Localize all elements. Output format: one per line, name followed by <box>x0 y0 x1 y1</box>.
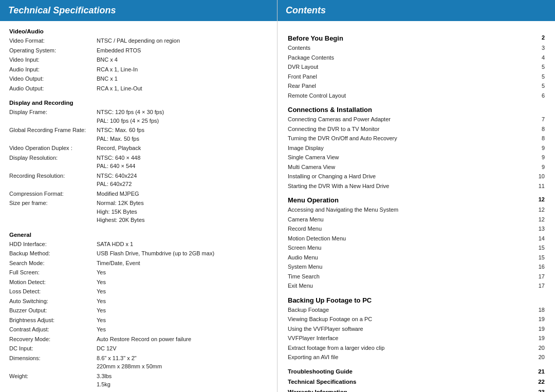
toc-row: Installing or Changing a Hard Drive10 <box>288 172 545 181</box>
spec-row: Operating System:Embedded RTOS <box>9 46 268 55</box>
toc-item-page: 12 <box>534 215 545 224</box>
spec-section-title: Video/Audio <box>9 28 268 34</box>
toc-item-page: 13 <box>534 225 545 233</box>
spec-value: 3.3lbs1.5kg <box>97 372 268 389</box>
toc-row: Image Display9 <box>288 144 545 153</box>
toc-row: Accessing and Navigating the Menu System… <box>288 206 545 214</box>
right-content: Before You Begin2Contents3Package Conten… <box>278 21 555 392</box>
spec-row: Global Recording Frame Rate:NTSC: Max. 6… <box>9 126 268 143</box>
toc-item-page: 12 <box>534 206 545 214</box>
spec-row: Display Resolution:NTSC: 640 × 448PAL: 6… <box>9 154 268 171</box>
toc-item-label: Motion Detection Menu <box>288 234 346 243</box>
toc-item-label: Single Camera View <box>288 153 339 162</box>
toc-item-label: Backup Footage <box>288 306 329 314</box>
toc-item-page: 9 <box>534 153 545 162</box>
left-panel: Technical Specifications Video/AudioVide… <box>0 0 278 392</box>
left-content: Video/AudioVideo Format:NTSC / PAL depen… <box>0 21 277 392</box>
spec-label: Dimensions: <box>9 354 97 371</box>
toc-row: DVR Layout5 <box>288 63 545 71</box>
toc-item-label: Connecting the DVR to a TV Monitor <box>288 125 379 134</box>
toc-section-header: Before You Begin2 <box>288 34 545 42</box>
toc-row: Time Search17 <box>288 272 545 281</box>
toc-row: Starting the DVR With a New Hard Drive11 <box>288 182 545 191</box>
toc-item-page: 8 <box>534 125 545 134</box>
toc-bold-page: 23 <box>538 387 545 392</box>
toc-item-label: Rear Panel <box>288 82 316 90</box>
spec-label: Video Operation Duplex : <box>9 144 97 153</box>
spec-row: Backup Method:USB Flash Drive, Thumbdriv… <box>9 249 268 258</box>
spec-value: NTSC / PAL depending on region <box>97 36 268 45</box>
toc-item-page: 4 <box>534 53 545 62</box>
spec-label: Full Screen: <box>9 268 97 277</box>
toc-item-label: Package Contents <box>288 53 334 62</box>
spec-label: Brightness Adjust: <box>9 316 97 325</box>
toc-section-page: 2 <box>542 34 545 41</box>
spec-value: RCA x 1, Line-In <box>97 65 268 74</box>
spec-value: RCA x 1, Line-Out <box>97 84 268 93</box>
toc-row: Using the VVFPlayer software19 <box>288 325 545 333</box>
toc-item-page: 19 <box>534 315 545 324</box>
spec-value: Yes <box>97 325 268 334</box>
toc-item-page: 9 <box>534 144 545 153</box>
toc-row: Turning the DVR On/Off and Auto Recovery… <box>288 134 545 143</box>
toc-row: Exit Menu17 <box>288 282 545 290</box>
toc-bold-label: Technical Specifications <box>288 377 356 386</box>
toc-row: Viewing Backup Footage on a PC19 <box>288 315 545 324</box>
spec-value: NTSC: Max. 60 fpsPAL: Max. 50 fps <box>97 126 268 143</box>
spec-label: Motion Detect: <box>9 278 97 287</box>
spec-row: Buzzer Output:Yes <box>9 306 268 315</box>
spec-row: Motion Detect:Yes <box>9 278 268 287</box>
spec-row: Compression Format:Modified MJPEG <box>9 190 268 198</box>
toc-row: Motion Detection Menu14 <box>288 234 545 243</box>
toc-item-label: DVR Layout <box>288 63 318 71</box>
toc-item-label: Record Menu <box>288 225 322 233</box>
left-title: Technical Specifications <box>8 5 116 16</box>
spec-row: HDD Interface:SATA HDD x 1 <box>9 240 268 249</box>
right-panel: Contents Before You Begin2Contents3Packa… <box>278 0 555 392</box>
spec-row: Recording Resolution:NTSC: 640x224PAL: 6… <box>9 172 268 189</box>
toc-item-page: 5 <box>534 72 545 81</box>
toc-bold-row: Warranty Information23 <box>288 387 545 392</box>
toc-item-label: Using the VVFPlayer software <box>288 325 363 333</box>
toc-item-label: Screen Menu <box>288 244 321 252</box>
toc-section-header: Connections & Installation <box>288 106 545 114</box>
spec-value: BNC x 1 <box>97 74 268 83</box>
spec-value: USB Flash Drive, Thumbdrive (up to 2GB m… <box>97 249 268 258</box>
spec-label: Search Mode: <box>9 259 97 268</box>
spec-label: DC Input: <box>9 344 97 353</box>
spec-value: Normal: 12K BytesHigh: 15K BytesHighest:… <box>97 199 268 225</box>
toc-item-page: 15 <box>534 244 545 252</box>
toc-item-page: 16 <box>534 263 545 271</box>
toc-bold-page: 22 <box>538 377 545 386</box>
toc-item-page: 5 <box>534 63 545 71</box>
spec-row: Recovery Mode:Auto Restore Record on pow… <box>9 335 268 344</box>
toc-item-label: System Menu <box>288 263 322 271</box>
toc-item-label: Accessing and Navigating the Menu System <box>288 206 398 214</box>
toc-row: Rear Panel5 <box>288 82 545 90</box>
toc-row: Audio Menu15 <box>288 253 545 262</box>
toc-bold-page: 21 <box>538 367 545 376</box>
spec-label: Operating System: <box>9 46 97 55</box>
right-header: Contents <box>278 0 555 21</box>
toc-row: Extract footage from a larger video clip… <box>288 344 545 352</box>
toc-section-page: 12 <box>539 196 545 202</box>
spec-row: Dimensions:8.6" x 11.3" x 2"220mm x 288m… <box>9 354 268 371</box>
toc-item-label: Exit Menu <box>288 282 313 290</box>
spec-value: Yes <box>97 278 268 287</box>
spec-row: Size per frame:Normal: 12K BytesHigh: 15… <box>9 199 268 225</box>
spec-label: Video Format: <box>9 36 97 45</box>
toc-row: Remote Control Layout6 <box>288 91 545 100</box>
spec-label: Video Input: <box>9 55 97 64</box>
toc-item-label: Installing or Changing a Hard Drive <box>288 172 376 181</box>
right-title: Contents <box>286 5 326 16</box>
spec-row: Weight:3.3lbs1.5kg <box>9 372 268 389</box>
spec-label: Size per frame: <box>9 199 97 225</box>
toc-item-label: Remote Control Layout <box>288 91 346 100</box>
spec-row: Video Operation Duplex :Record, Playback <box>9 144 268 153</box>
toc-item-page: 7 <box>534 115 545 124</box>
toc-item-label: Exporting an AVI file <box>288 353 338 362</box>
spec-value: SATA HDD x 1 <box>97 240 268 249</box>
toc-row: VVFPlayer Interface19 <box>288 334 545 343</box>
toc-item-page: 9 <box>534 163 545 172</box>
spec-label: Recording Resolution: <box>9 172 97 189</box>
